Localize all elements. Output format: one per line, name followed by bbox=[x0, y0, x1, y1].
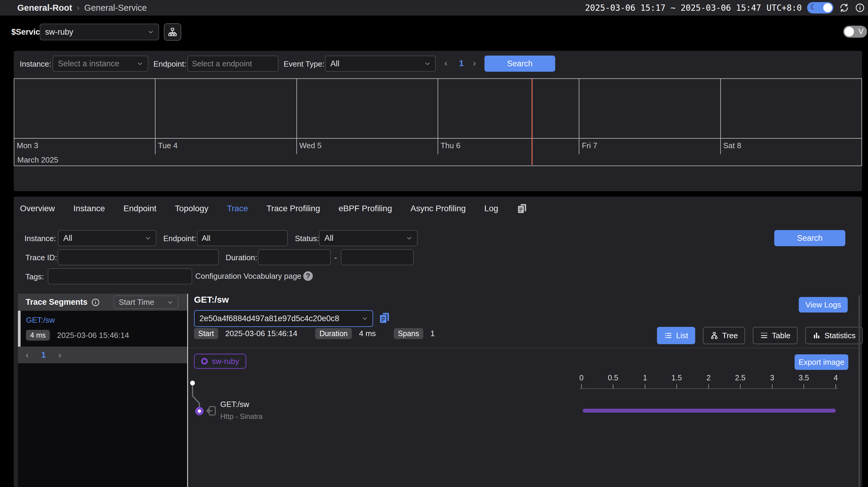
tab-trace[interactable]: Trace bbox=[227, 204, 248, 213]
tags-input[interactable] bbox=[48, 268, 192, 284]
tab-topology[interactable]: Topology bbox=[175, 204, 208, 213]
detail-tabs: Overview Instance Endpoint Topology Trac… bbox=[20, 201, 527, 216]
time-range-picker[interactable]: 2025-03-06 15:17 ~ 2025-03-06 15:47 bbox=[585, 3, 761, 13]
axis-tick-label: 0 bbox=[569, 373, 593, 382]
copy-dashboard-icon[interactable] bbox=[517, 203, 527, 214]
axis-tick-label: 4 bbox=[824, 373, 848, 382]
event-page-number[interactable]: 1 bbox=[459, 59, 464, 68]
event-instance-placeholder: Select a instance bbox=[58, 59, 119, 68]
version-toggle[interactable]: V bbox=[843, 26, 867, 38]
service-legend-badge[interactable]: sw-ruby bbox=[194, 354, 246, 369]
scrollbar[interactable] bbox=[859, 295, 860, 487]
axis-tick-label: 2 bbox=[697, 373, 720, 382]
trace-id-select[interactable]: 2e50a4f6884d497a81e97d5c4c20e0c8 bbox=[194, 310, 373, 327]
event-prev-page-button[interactable]: ‹ bbox=[444, 58, 447, 68]
duration-label: Duration: bbox=[226, 253, 257, 262]
duration-badge: Duration bbox=[315, 328, 352, 339]
trace-instance-select[interactable]: All bbox=[58, 230, 156, 246]
span-component: Http - Sinatra bbox=[220, 412, 262, 421]
dark-mode-toggle[interactable]: ☾ bbox=[807, 2, 833, 13]
axis-tick bbox=[581, 384, 582, 389]
calendar-day-label: Thu 6 bbox=[438, 139, 579, 153]
top-header-bar: General-Root › General-Service 2025-03-0… bbox=[0, 0, 868, 16]
start-badge: Start bbox=[194, 328, 218, 339]
tab-async-profiling[interactable]: Async Profiling bbox=[410, 204, 466, 213]
service-select[interactable]: sw-ruby bbox=[40, 24, 159, 40]
axis-tick bbox=[772, 384, 773, 389]
calendar-day-label: Mon 3 bbox=[14, 139, 155, 153]
trace-filter-row-2: Trace ID: Duration: - bbox=[14, 249, 862, 265]
tab-overview[interactable]: Overview bbox=[20, 204, 55, 213]
status-label: Status: bbox=[295, 234, 319, 243]
skywalking-trace-page: General-Root › General-Service 2025-03-0… bbox=[0, 0, 868, 487]
view-tree-button[interactable]: Tree bbox=[703, 327, 745, 344]
view-statistics-button[interactable]: Statistics bbox=[805, 327, 863, 344]
view-list-button[interactable]: List bbox=[657, 327, 695, 344]
current-time-marker bbox=[532, 79, 532, 165]
spans-badge: Spans bbox=[394, 328, 423, 339]
tab-ebpf-profiling[interactable]: eBPF Profiling bbox=[339, 204, 392, 213]
axis-tick bbox=[835, 384, 836, 389]
chevron-down-icon bbox=[167, 299, 173, 305]
event-endpoint-input[interactable] bbox=[187, 56, 278, 72]
service-select-value: sw-ruby bbox=[45, 28, 73, 37]
trace-endpoint-input[interactable] bbox=[197, 230, 288, 246]
export-image-button[interactable]: Export image bbox=[795, 354, 848, 370]
span-duration-bar[interactable] bbox=[583, 409, 836, 412]
copy-trace-id-icon[interactable] bbox=[378, 312, 391, 325]
axis-tick bbox=[708, 384, 709, 389]
info-icon[interactable] bbox=[855, 3, 865, 13]
refresh-icon[interactable] bbox=[839, 2, 849, 13]
event-next-page-button[interactable]: › bbox=[473, 58, 476, 68]
duration-max-input[interactable] bbox=[341, 249, 414, 265]
view-tree-label: Tree bbox=[722, 331, 738, 340]
axis-tick-label: 1 bbox=[633, 373, 657, 382]
segments-next-button[interactable]: › bbox=[59, 350, 61, 360]
calendar-day-column: Tue 4 bbox=[156, 79, 297, 154]
duration-min-input[interactable] bbox=[258, 249, 331, 265]
segment-duration-badge: 4 ms bbox=[26, 330, 50, 341]
service-legend-dot bbox=[201, 358, 208, 365]
view-logs-button[interactable]: View Logs bbox=[799, 297, 848, 313]
event-instance-select[interactable]: Select a instance bbox=[53, 56, 148, 72]
segments-pagination: ‹ 1 › bbox=[18, 347, 187, 363]
segments-prev-button[interactable]: ‹ bbox=[26, 350, 29, 360]
trace-segment-item[interactable]: GET:/sw 4 ms 2025-03-06 15:46:14 bbox=[18, 311, 187, 347]
instance-label: Instance: bbox=[25, 234, 56, 243]
event-filter-row: Instance: Select a instance Endpoint: Ev… bbox=[14, 56, 862, 72]
service-topology-button[interactable] bbox=[164, 23, 181, 40]
calendar-day-label: Wed 5 bbox=[297, 139, 438, 153]
chevron-down-icon bbox=[406, 235, 412, 241]
view-table-button[interactable]: Table bbox=[753, 327, 798, 344]
segment-start-time: 2025-03-06 15:46:14 bbox=[57, 331, 129, 340]
duration-value: 4 ms bbox=[359, 329, 376, 338]
segments-sort-select[interactable]: Start Time bbox=[114, 295, 179, 309]
breadcrumb-root[interactable]: General-Root bbox=[17, 3, 72, 13]
calendar-day-label: Tue 4 bbox=[156, 139, 296, 153]
trace-status-select[interactable]: All bbox=[319, 230, 417, 246]
tab-instance[interactable]: Instance bbox=[73, 204, 105, 213]
event-search-button[interactable]: Search bbox=[485, 56, 555, 72]
column-divider[interactable] bbox=[187, 294, 188, 487]
tab-log[interactable]: Log bbox=[484, 204, 498, 213]
chevron-down-icon bbox=[145, 235, 151, 241]
span-name[interactable]: GET:/sw bbox=[220, 400, 249, 409]
trace-search-button[interactable]: Search bbox=[774, 230, 845, 246]
segments-page-number[interactable]: 1 bbox=[41, 350, 46, 360]
vocabulary-link[interactable]: Configuration Vocabulary page bbox=[195, 271, 302, 281]
calendar-day-cell bbox=[438, 79, 579, 139]
event-calendar-timeline[interactable]: Mon 3 Tue 4 Wed 5 Thu 6 Fri 7 bbox=[14, 78, 862, 166]
chevron-down-icon bbox=[425, 61, 430, 67]
chevron-down-icon bbox=[362, 315, 368, 321]
trace-title: GET:/sw bbox=[194, 294, 229, 305]
calendar-day-column: Thu 6 bbox=[438, 79, 579, 154]
info-icon[interactable] bbox=[91, 298, 100, 307]
tab-trace-profiling[interactable]: Trace Profiling bbox=[267, 204, 320, 213]
calendar-day-cell bbox=[14, 79, 155, 139]
trace-id-input[interactable] bbox=[58, 249, 219, 265]
help-icon[interactable]: ? bbox=[303, 271, 313, 281]
tab-endpoint[interactable]: Endpoint bbox=[124, 204, 157, 213]
segment-endpoint-name[interactable]: GET:/sw bbox=[26, 315, 55, 325]
endpoint-label: Endpoint: bbox=[163, 234, 196, 243]
event-type-select[interactable]: All bbox=[325, 56, 436, 72]
